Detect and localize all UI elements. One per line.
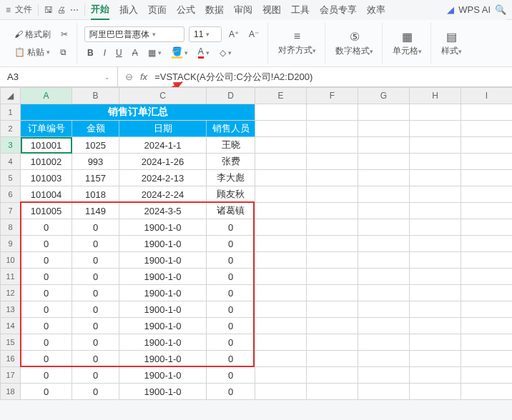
font-size-select[interactable]: 11 ▾ (189, 26, 222, 42)
cell[interactable]: 1149 (72, 203, 119, 219)
row-header[interactable]: 7 (1, 203, 21, 219)
cell[interactable]: 2024-3-5 (119, 203, 207, 219)
cell[interactable] (410, 351, 461, 367)
cell[interactable] (461, 252, 513, 269)
cell[interactable] (358, 252, 410, 269)
align-button[interactable]: ≡ 对齐方式▾ (275, 30, 319, 56)
cell[interactable] (410, 384, 461, 400)
cell[interactable]: 0 (72, 334, 119, 351)
cell[interactable] (307, 203, 358, 219)
cell[interactable] (410, 219, 461, 236)
cell[interactable] (410, 137, 461, 154)
cell[interactable] (358, 384, 410, 400)
col-header-C[interactable]: C (119, 88, 207, 104)
clear-format-button[interactable]: ◇▾ (217, 46, 235, 59)
cell[interactable]: 1025 (72, 137, 119, 154)
cell[interactable]: 0 (207, 252, 255, 269)
cell[interactable]: 0 (72, 384, 119, 400)
fx-icon[interactable]: fx (140, 71, 147, 82)
cell[interactable]: 1900-1-0 (119, 236, 207, 252)
cell[interactable] (255, 384, 307, 400)
cell[interactable]: 1900-1-0 (119, 367, 207, 384)
cell[interactable]: 2024-1-26 (119, 154, 207, 170)
cell[interactable] (255, 367, 307, 384)
cell[interactable] (307, 137, 358, 154)
font-color-button[interactable]: A▾ (195, 45, 212, 60)
save-icon[interactable]: 🖫 (44, 5, 53, 15)
tab-review[interactable]: 审阅 (234, 1, 252, 19)
cell[interactable] (461, 269, 513, 285)
cell[interactable] (255, 252, 307, 269)
cell[interactable] (461, 203, 513, 219)
cell[interactable] (358, 219, 410, 236)
cell[interactable] (307, 384, 358, 400)
cell[interactable] (358, 137, 410, 154)
table-header-cell[interactable]: 金额 (72, 121, 119, 137)
row-header[interactable]: 13 (1, 301, 21, 318)
menu-file[interactable]: 文件 (15, 4, 32, 16)
cell[interactable] (461, 318, 513, 334)
cell[interactable] (358, 334, 410, 351)
cell[interactable]: 诸葛镇 (207, 203, 255, 219)
cell[interactable]: 101002 (21, 154, 72, 170)
cell[interactable]: 0 (21, 236, 72, 252)
row-header[interactable]: 12 (1, 285, 21, 301)
cell[interactable] (255, 318, 307, 334)
row-header[interactable]: 2 (1, 121, 21, 137)
cell[interactable] (410, 170, 461, 186)
cell[interactable] (307, 186, 358, 203)
tab-tools[interactable]: 工具 (291, 1, 310, 19)
cell[interactable]: 0 (72, 367, 119, 384)
row-header[interactable]: 8 (1, 219, 21, 236)
cell[interactable]: 0 (21, 301, 72, 318)
decrease-font-button[interactable]: A⁻ (246, 28, 262, 41)
row-header[interactable]: 5 (1, 170, 21, 186)
cell-button[interactable]: ▦ 单元格▾ (390, 30, 425, 57)
cell[interactable] (358, 236, 410, 252)
cell[interactable]: 993 (72, 154, 119, 170)
cell[interactable] (461, 186, 513, 203)
cell[interactable]: 0 (72, 318, 119, 334)
cell[interactable] (255, 154, 307, 170)
cell[interactable] (307, 154, 358, 170)
cell[interactable] (358, 318, 410, 334)
cell[interactable] (358, 269, 410, 285)
cell[interactable] (410, 203, 461, 219)
cell[interactable] (307, 252, 358, 269)
cell[interactable]: 0 (21, 367, 72, 384)
cell[interactable]: 王晓 (207, 137, 255, 154)
title-cell[interactable]: 销售订单汇总 (21, 104, 255, 121)
cell[interactable]: 0 (72, 252, 119, 269)
more-icon[interactable]: ⋯ (70, 5, 79, 15)
tab-efficiency[interactable]: 效率 (367, 1, 385, 19)
cell[interactable] (255, 203, 307, 219)
name-box[interactable]: A3 ⌄ (0, 67, 118, 86)
cell[interactable] (461, 137, 513, 154)
cell[interactable] (255, 186, 307, 203)
cell[interactable]: 2024-2-24 (119, 186, 207, 203)
copy-button[interactable]: ⧉ (57, 46, 69, 59)
cell[interactable]: 0 (207, 384, 255, 400)
tab-formula[interactable]: 公式 (177, 1, 195, 19)
cell[interactable] (461, 154, 513, 170)
cell[interactable]: 1900-1-0 (119, 219, 207, 236)
cell[interactable] (358, 170, 410, 186)
col-header-F[interactable]: F (307, 88, 358, 104)
cell[interactable] (307, 301, 358, 318)
cell[interactable] (255, 137, 307, 154)
cell[interactable]: 1900-1-0 (119, 384, 207, 400)
cell[interactable]: 0 (21, 334, 72, 351)
cell[interactable] (410, 186, 461, 203)
formula-input[interactable]: =VSTACK(A分公司:C分公司!A2:D200) (154, 71, 312, 84)
row-header[interactable]: 11 (1, 269, 21, 285)
cell[interactable]: 0 (72, 301, 119, 318)
cell[interactable]: 0 (207, 236, 255, 252)
cell[interactable]: 1900-1-0 (119, 334, 207, 351)
row-header[interactable]: 14 (1, 318, 21, 334)
cell[interactable] (255, 301, 307, 318)
cell[interactable] (255, 269, 307, 285)
cell[interactable]: 101004 (21, 186, 72, 203)
cell[interactable]: 0 (207, 269, 255, 285)
cell[interactable] (255, 170, 307, 186)
col-header-A[interactable]: A (21, 88, 72, 104)
